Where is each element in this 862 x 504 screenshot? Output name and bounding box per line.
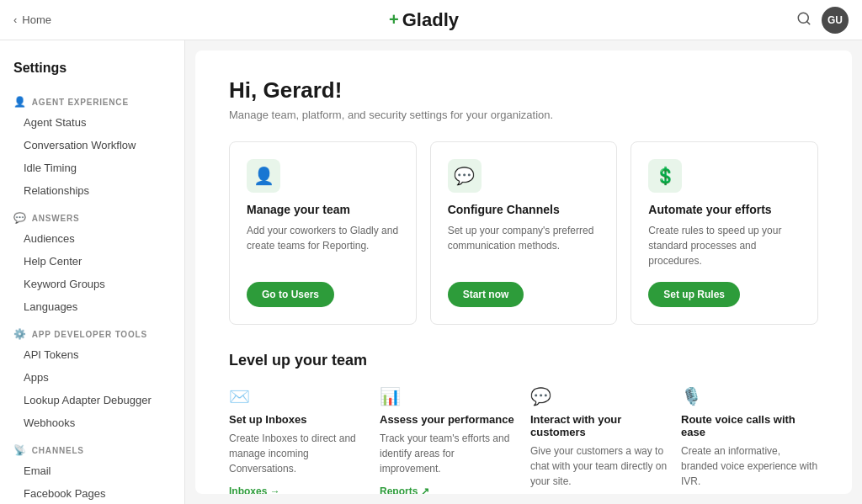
subtitle-text: Manage team, platform, and security sett… [229,109,818,121]
sidebar-section-channels: 📡 CHANNELS [0,434,184,459]
sidebar-item-idle-timing[interactable]: Idle Timing [0,157,184,179]
sidebar-item-api-tokens[interactable]: API Tokens [0,343,184,366]
sidebar-item-conversation-workflow[interactable]: Conversation Workflow [0,134,184,157]
automate-efforts-title: Automate your efforts [648,203,801,216]
inboxes-desc: Create Inboxes to direct and manage inco… [229,431,366,476]
app-layout: Settings 👤 AGENT EXPERIENCE Agent Status… [0,40,862,504]
sidebar-item-audiences[interactable]: Audiences [0,227,184,250]
logo-text: Gladly [402,9,459,31]
home-label: Home [22,13,51,26]
set-up-rules-button[interactable]: Set up Rules [648,282,740,307]
sidebar-section-answers: 💬 ANSWERS [0,202,184,227]
reports-icon: 📊 [380,386,517,406]
agent-section-icon: 👤 [13,96,27,108]
sidekick-icon: 💬 [530,386,668,406]
sidebar-item-agent-status[interactable]: Agent Status [0,111,184,134]
manage-team-card: 👤 Manage your team Add your coworkers to… [229,141,417,325]
configure-channels-desc: Set up your company's preferred communic… [448,223,600,268]
sidebar-heading: Settings [0,54,184,86]
sidebar-item-keyword-groups[interactable]: Keyword Groups [0,273,184,295]
level-up-heading: Level up your team [229,352,818,369]
automate-efforts-desc: Create rules to speed up your standard p… [648,223,801,268]
top-nav: ‹ Home + Gladly GU [0,0,862,40]
greeting-heading: Hi, Gerard! [229,77,818,103]
main-content: Hi, Gerard! Manage team, platform, and s… [195,50,852,494]
sidekick-title: Interact with your customers [530,413,668,438]
configure-channels-icon: 💬 [448,159,482,193]
configure-channels-title: Configure Channels [448,203,600,216]
sidebar-item-lookup-adapter[interactable]: Lookup Adapter Debugger [0,389,184,411]
sidebar: Settings 👤 AGENT EXPERIENCE Agent Status… [0,40,185,504]
reports-title: Assess your performance [380,413,517,426]
go-to-users-button[interactable]: Go to Users [247,282,334,307]
ivr-desc: Create an informative, branded voice exp… [681,443,818,489]
automate-efforts-icon: 💲 [648,159,682,193]
reports-desc: Track your team's efforts and identify a… [380,431,517,476]
top-nav-right: GU [796,7,849,34]
agent-section-label: AGENT EXPERIENCE [32,98,129,107]
start-now-button[interactable]: Start now [448,282,524,307]
configure-channels-card: 💬 Configure Channels Set up your company… [430,141,618,325]
ivr-title: Route voice calls with ease [681,413,818,438]
sidebar-item-email[interactable]: Email [0,459,184,482]
answers-section-icon: 💬 [13,212,27,224]
sidebar-section-app-developer-tools: ⚙️ APP DEVELOPER TOOLS [0,318,184,343]
level-item-reports: 📊 Assess your performance Track your tea… [380,386,517,494]
search-button[interactable] [796,11,811,29]
manage-team-title: Manage your team [247,203,399,216]
level-item-ivr: 🎙️ Route voice calls with ease Create an… [681,386,818,494]
manage-team-icon: 👤 [247,159,280,193]
level-item-sidekick: 💬 Interact with your customers Give your… [530,386,668,494]
sidebar-item-help-center[interactable]: Help Center [0,250,184,273]
sidebar-item-languages[interactable]: Languages [0,295,184,318]
inboxes-title: Set up Inboxes [229,413,366,426]
manage-team-desc: Add your coworkers to Gladly and create … [247,223,399,268]
inboxes-link[interactable]: Inboxes → [229,485,280,494]
sidebar-section-agent-experience: 👤 AGENT EXPERIENCE [0,86,184,111]
app-dev-section-label: APP DEVELOPER TOOLS [32,330,147,339]
level-up-row: ✉️ Set up Inboxes Create Inboxes to dire… [229,386,818,494]
level-item-inboxes: ✉️ Set up Inboxes Create Inboxes to dire… [229,386,366,494]
channels-section-label: CHANNELS [32,446,84,455]
svg-line-1 [806,21,809,24]
home-link[interactable]: ‹ Home [13,13,51,26]
top-cards-row: 👤 Manage your team Add your coworkers to… [229,141,818,325]
ivr-icon: 🎙️ [681,386,818,406]
automate-efforts-card: 💲 Automate your efforts Create rules to … [631,141,818,325]
home-chevron-icon: ‹ [13,13,17,26]
avatar[interactable]: GU [822,7,849,34]
sidebar-item-webhooks[interactable]: Webhooks [0,411,184,434]
channels-section-icon: 📡 [13,444,27,456]
answers-section-label: ANSWERS [32,214,80,223]
sidebar-item-relationships[interactable]: Relationships [0,179,184,202]
reports-link[interactable]: Reports ↗ [380,485,429,494]
app-dev-section-icon: ⚙️ [13,328,27,340]
sidebar-item-facebook-pages[interactable]: Facebook Pages [0,482,184,504]
sidebar-item-apps[interactable]: Apps [0,366,184,389]
sidekick-desc: Give your customers a way to chat with y… [530,443,668,489]
app-logo: + Gladly [389,9,459,31]
inboxes-icon: ✉️ [229,386,366,406]
logo-plus-icon: + [389,10,399,29]
